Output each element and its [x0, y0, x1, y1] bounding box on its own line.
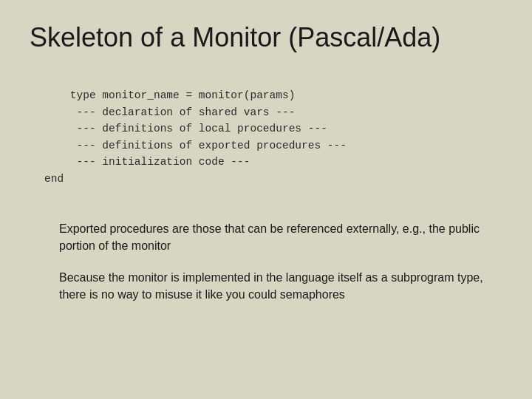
code-line-5: --- initialization code --- [44, 156, 250, 168]
code-line-4: --- definitions of exported procedures -… [44, 140, 347, 151]
paragraph-1: Exported procedures are those that can b… [59, 220, 488, 254]
code-line-3: --- definitions of local procedures --- [44, 123, 327, 134]
code-block: type monitor_name = monitor(params) --- … [44, 71, 502, 204]
code-line-6: end [44, 173, 64, 185]
slide-title: Skeleton of a Monitor (Pascal/Ada) [30, 22, 502, 53]
slide: Skeleton of a Monitor (Pascal/Ada) type … [0, 0, 532, 399]
code-line-1: type monitor_name = monitor(params) [70, 89, 296, 101]
code-line-2: --- declaration of shared vars --- [44, 106, 295, 118]
paragraph-2: Because the monitor is implemented in th… [59, 269, 488, 303]
